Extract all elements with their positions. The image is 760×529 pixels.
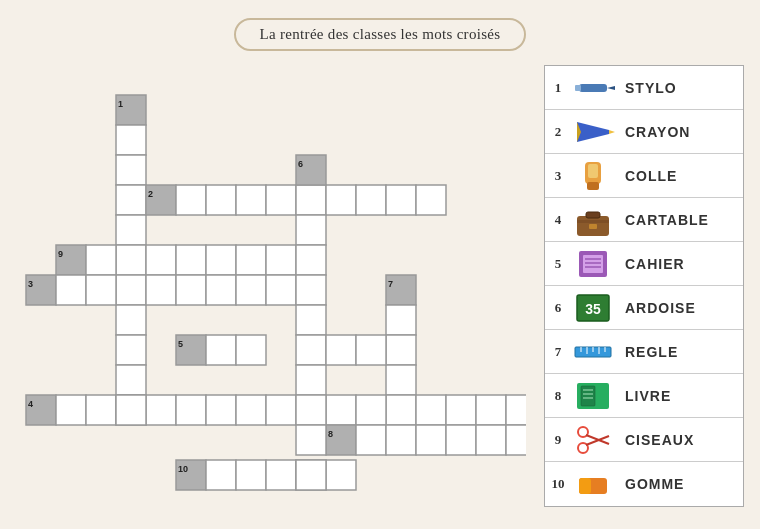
word-row-6: 6 35 ARDOISE [545,286,743,330]
svg-rect-86 [236,460,266,490]
word-icon-ardoise: 35 [567,288,619,328]
svg-rect-55 [206,335,236,365]
svg-text:6: 6 [298,159,303,169]
svg-text:4: 4 [28,399,33,409]
word-label-3: COLLE [619,168,677,184]
svg-rect-10 [116,365,146,395]
svg-rect-33 [266,185,296,215]
svg-rect-35 [326,185,356,215]
svg-rect-15 [176,245,206,275]
svg-marker-95 [607,86,615,90]
svg-rect-91 [296,395,326,425]
svg-rect-79 [416,425,446,455]
svg-rect-8 [116,305,146,335]
svg-rect-92 [296,425,326,455]
word-label-10: GOMME [619,476,684,492]
svg-rect-101 [587,182,599,190]
svg-rect-22 [86,275,116,305]
crossword-svg: .gcell { fill: white; stroke: #999; stro… [16,65,526,529]
word-num-4: 4 [545,212,567,228]
title-text: La rentrée des classes les mots croisés [260,26,501,42]
svg-rect-49 [386,305,416,335]
svg-rect-65 [176,395,206,425]
word-row-2: 2 CRAYON [545,110,743,154]
svg-rect-52 [386,395,416,425]
svg-text:3: 3 [28,279,33,289]
svg-rect-27 [266,275,296,305]
title-bar: La rentrée des classes les mots croisés [234,18,527,51]
word-icon-ciseaux [567,420,619,460]
svg-text:1: 1 [118,99,123,109]
main-content: .gcell { fill: white; stroke: #999; stro… [16,65,744,529]
word-label-8: LIVRE [619,388,671,404]
svg-rect-18 [266,245,296,275]
word-num-8: 8 [545,388,567,404]
svg-rect-37 [386,185,416,215]
word-icon-cahier [567,244,619,284]
word-num-5: 5 [545,256,567,272]
word-icon-crayon [567,112,619,152]
crossword-area: .gcell { fill: white; stroke: #999; stro… [16,65,526,529]
svg-rect-2 [116,125,146,155]
svg-rect-50 [386,335,416,365]
word-num-9: 9 [545,432,567,448]
svg-rect-31 [206,185,236,215]
svg-rect-64 [146,395,176,425]
word-num-6: 6 [545,300,567,316]
svg-rect-56 [236,335,266,365]
word-num-7: 7 [545,344,567,360]
svg-rect-105 [589,224,597,229]
svg-rect-51 [386,365,416,395]
svg-rect-61 [56,395,86,425]
svg-rect-25 [206,275,236,305]
word-label-5: CAHIER [619,256,685,272]
svg-rect-36 [356,185,386,215]
svg-rect-9 [116,335,146,365]
svg-rect-78 [386,425,416,455]
svg-rect-87 [266,460,296,490]
svg-rect-90 [116,395,146,425]
svg-rect-96 [575,85,581,91]
svg-text:35: 35 [585,301,601,317]
svg-rect-7 [116,275,146,305]
word-label-6: ARDOISE [619,300,696,316]
word-num-1: 1 [545,80,567,96]
word-icon-stylo [567,68,619,108]
svg-rect-85 [206,460,236,490]
svg-rect-26 [236,275,266,305]
svg-rect-94 [579,84,607,92]
svg-rect-108 [583,255,603,273]
svg-rect-32 [236,185,266,215]
svg-rect-104 [586,212,600,218]
svg-rect-82 [506,425,526,455]
word-list: 1 STYLO 2 CRAYON 3 [544,65,744,507]
svg-rect-71 [416,395,446,425]
svg-rect-66 [206,395,236,425]
word-row-1: 1 STYLO [545,66,743,110]
svg-marker-97 [577,122,609,142]
svg-marker-98 [609,130,615,134]
word-icon-cartable [567,200,619,240]
svg-rect-14 [146,245,176,275]
svg-rect-89 [326,460,356,490]
word-icon-regle [567,332,619,372]
svg-rect-72 [446,395,476,425]
svg-rect-68 [266,395,296,425]
word-row-3: 3 COLLE [545,154,743,198]
word-row-10: 10 GOMME [545,462,743,506]
word-row-4: 4 CARTABLE [545,198,743,242]
word-label-4: CARTABLE [619,212,709,228]
svg-text:2: 2 [148,189,153,199]
svg-text:10: 10 [178,464,188,474]
svg-rect-21 [56,275,86,305]
svg-rect-44 [296,305,326,335]
word-icon-gomme [567,464,619,504]
svg-rect-70 [356,395,386,425]
svg-text:7: 7 [388,279,393,289]
word-num-10: 10 [545,476,567,492]
svg-rect-57 [326,335,356,365]
svg-rect-3 [116,155,146,185]
word-icon-colle [567,156,619,196]
svg-rect-16 [206,245,236,275]
word-row-7: 7 REGLE [545,330,743,374]
